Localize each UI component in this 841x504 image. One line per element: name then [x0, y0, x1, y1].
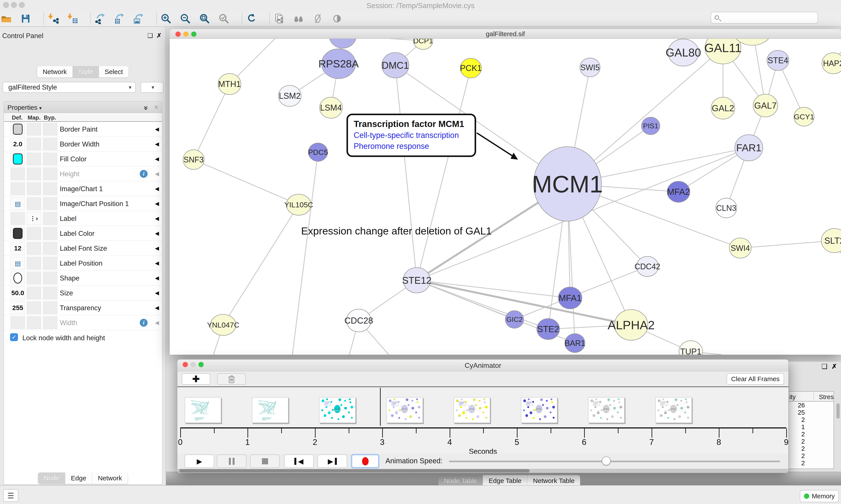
show-eye-icon[interactable]: [332, 13, 342, 24]
tab-node-style[interactable]: Node: [38, 472, 65, 484]
save-session-icon[interactable]: [20, 13, 31, 24]
properties-header[interactable]: Properties ▾ » »: [4, 102, 162, 113]
property-row[interactable]: 2.0Border Width◀: [4, 137, 162, 151]
export-table-icon[interactable]: [114, 13, 125, 24]
skip-to-end-button[interactable]: ▶: [318, 454, 347, 468]
tab-select[interactable]: Select: [99, 66, 128, 77]
network-canvas[interactable]: DCP1RPS28ADMC1PCK1SWI5GAL80GAL11STE4HAP2…: [170, 39, 841, 355]
table-scrollbar[interactable]: [836, 403, 840, 419]
table-row[interactable]: 2: [789, 438, 834, 445]
minimize-network-icon[interactable]: [183, 32, 189, 37]
style-options-button[interactable]: ▾: [141, 82, 163, 93]
tab-edge-style[interactable]: Edge: [65, 472, 92, 484]
export-image-icon[interactable]: [133, 13, 144, 24]
property-context-arrow-icon[interactable]: ◀: [155, 275, 159, 281]
maximize-network-icon[interactable]: [191, 32, 196, 37]
property-context-arrow-icon[interactable]: ◀: [155, 305, 159, 311]
zoom-out-icon[interactable]: [180, 13, 191, 24]
delete-frame-button[interactable]: [217, 373, 246, 385]
close-animator-icon[interactable]: [183, 362, 188, 367]
table-row[interactable]: 2: [789, 452, 834, 459]
network-node-clipped[interactable]: [329, 39, 356, 48]
timeline-scrollbar[interactable]: [177, 469, 788, 473]
zoom-selected-icon[interactable]: [219, 13, 230, 24]
animation-frame-8[interactable]: MCM1: [655, 397, 692, 423]
animation-frame-5[interactable]: MCM1: [453, 397, 490, 423]
memory-button[interactable]: Memory: [800, 490, 839, 502]
add-frame-button[interactable]: ✚: [182, 373, 210, 385]
network-window-titlebar[interactable]: galFiltered.sif: [170, 29, 841, 39]
style-selector[interactable]: galFiltered Style▾: [3, 82, 136, 93]
property-context-arrow-icon[interactable]: ◀: [155, 245, 159, 251]
record-button[interactable]: [352, 454, 379, 468]
mcm1-annotation[interactable]: Transcription factor MCM1 Cell-type-spec…: [346, 114, 476, 157]
property-context-arrow-icon[interactable]: ◀: [155, 171, 159, 177]
timeline-scrollbar-thumb[interactable]: [179, 469, 530, 472]
tab-edge-table[interactable]: Edge Table: [483, 475, 527, 486]
clear-all-frames-button[interactable]: Clear All Frames: [727, 373, 784, 385]
property-row[interactable]: Image/Chart 1◀: [4, 181, 162, 196]
animation-frame-7[interactable]: MCM1: [588, 397, 625, 423]
open-session-icon[interactable]: [1, 13, 12, 24]
close-panel-icon[interactable]: ✗: [157, 32, 162, 39]
property-context-arrow-icon[interactable]: ◀: [155, 141, 159, 147]
property-context-arrow-icon[interactable]: ◀: [155, 156, 159, 162]
table-row[interactable]: 2: [789, 430, 834, 438]
hide-glasses-icon[interactable]: [312, 13, 323, 24]
animation-speed-slider[interactable]: [449, 461, 780, 462]
float-panel-icon[interactable]: ❑: [147, 32, 153, 39]
animation-frame-4[interactable]: MCM1: [386, 397, 423, 423]
property-context-arrow-icon[interactable]: ◀: [155, 126, 159, 132]
table-row[interactable]: 2: [789, 459, 834, 467]
tab-node-table[interactable]: Node Table: [438, 475, 483, 486]
close-network-icon[interactable]: [175, 32, 181, 37]
animation-frame-3[interactable]: MCM1: [319, 397, 356, 423]
expand-all-icon[interactable]: »: [142, 106, 151, 109]
refresh-icon[interactable]: [246, 13, 257, 24]
maximize-animator-icon[interactable]: [198, 362, 204, 367]
property-context-arrow-icon[interactable]: ◀: [155, 186, 159, 192]
pause-button[interactable]: [217, 454, 246, 468]
annotation-link-1[interactable]: Cell-type-specific transcription: [354, 131, 469, 140]
tab-style[interactable]: Style: [73, 66, 99, 77]
cyanimator-titlebar[interactable]: CyAnimator: [177, 360, 788, 371]
property-row[interactable]: ⋮›Label◀: [4, 211, 162, 226]
property-context-arrow-icon[interactable]: ◀: [155, 201, 159, 207]
animation-frame-2[interactable]: [252, 397, 288, 423]
property-row[interactable]: ▤Image/Chart Position 1◀: [4, 196, 162, 211]
property-row[interactable]: Shape◀: [4, 271, 162, 286]
tab-network[interactable]: Network: [37, 66, 73, 77]
skip-to-start-button[interactable]: ◀: [284, 454, 314, 468]
table-column-stress[interactable]: Stres: [819, 393, 834, 401]
property-row[interactable]: ▤Label Position◀: [4, 256, 162, 271]
property-row[interactable]: 12Label Font Size◀: [4, 241, 162, 256]
animation-frame-1[interactable]: [185, 397, 221, 423]
stop-button[interactable]: [250, 454, 280, 468]
property-row[interactable]: Widthi◀: [4, 315, 162, 330]
close-table-icon[interactable]: ✗: [831, 363, 837, 370]
lock-size-checkbox[interactable]: ✓: [10, 333, 18, 341]
annotation-link-2[interactable]: Pheromone response: [354, 142, 469, 151]
property-row[interactable]: Label Color◀: [4, 226, 162, 241]
tab-network-style[interactable]: Network: [92, 472, 128, 484]
minimize-animator-icon[interactable]: [191, 362, 196, 367]
property-context-arrow-icon[interactable]: ◀: [155, 230, 159, 236]
animation-timeline[interactable]: MCM1MCM1MCM1MCM1MCM1MCM1 0123456789 Seco…: [177, 388, 788, 454]
animation-speed-handle[interactable]: [602, 456, 611, 465]
property-row[interactable]: 50.0Size◀: [4, 286, 162, 300]
table-row[interactable]: 2: [789, 445, 834, 452]
show-panels-button[interactable]: ☰: [3, 489, 18, 502]
export-network-icon[interactable]: [95, 13, 106, 24]
collapse-all-icon[interactable]: »: [151, 106, 160, 109]
animation-frame-6[interactable]: MCM1: [521, 397, 557, 423]
play-button[interactable]: ▶: [185, 454, 214, 468]
tab-network-table[interactable]: Network Table: [527, 475, 580, 486]
property-context-arrow-icon[interactable]: ◀: [155, 260, 159, 266]
zoom-fit-icon[interactable]: [199, 13, 210, 24]
property-context-arrow-icon[interactable]: ◀: [155, 320, 159, 326]
property-context-arrow-icon[interactable]: ◀: [155, 215, 159, 221]
table-row[interactable]: 1: [789, 423, 834, 430]
table-row[interactable]: 2: [789, 416, 834, 423]
clone-network-icon[interactable]: [274, 13, 285, 24]
search-input[interactable]: [711, 12, 818, 24]
